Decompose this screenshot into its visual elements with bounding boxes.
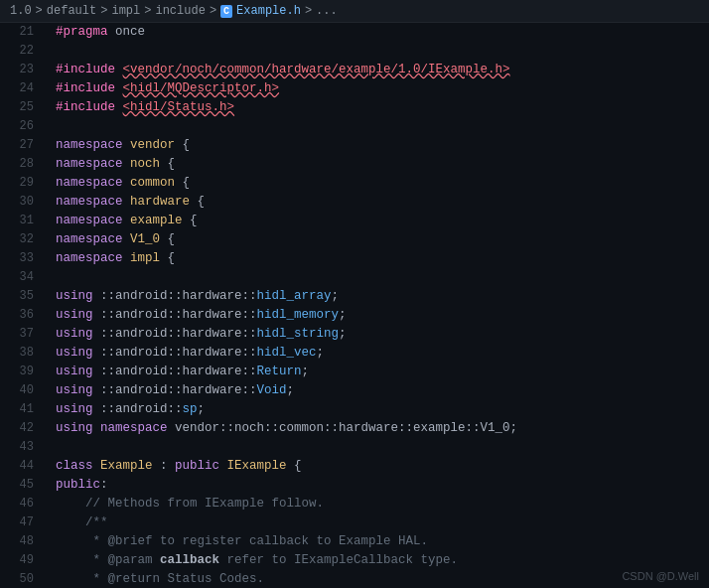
code-line: * @return Status Codes. xyxy=(56,570,699,588)
code-line xyxy=(56,268,699,287)
code-line: using ::android::sp; xyxy=(56,400,699,419)
line-num: 33 xyxy=(10,249,34,268)
code-line: #pragma once xyxy=(56,23,699,42)
line-num: 23 xyxy=(10,61,34,79)
code-line: namespace common { xyxy=(56,174,699,193)
line-num: 28 xyxy=(10,155,34,174)
code-line: using ::android::hardware::hidl_string; xyxy=(56,325,699,344)
breadcrumb-ellipsis: ... xyxy=(316,4,338,18)
line-num: 44 xyxy=(10,457,34,476)
code-line: * @brief to register callback to Example… xyxy=(56,532,699,551)
line-num: 40 xyxy=(10,381,34,400)
code-content: #pragma once #include <vendor/noch/commo… xyxy=(46,23,709,588)
breadcrumb: 1.0 > default > impl > include > C Examp… xyxy=(0,0,709,23)
line-num: 49 xyxy=(10,551,34,570)
line-num: 34 xyxy=(10,268,34,287)
line-num: 45 xyxy=(10,476,34,495)
line-num: 48 xyxy=(10,532,34,551)
code-line: namespace vendor { xyxy=(56,136,699,155)
separator: > xyxy=(210,4,216,18)
line-num: 25 xyxy=(10,98,34,117)
code-line: class Example : public IExample { xyxy=(56,457,699,476)
line-num: 27 xyxy=(10,136,34,155)
line-num: 24 xyxy=(10,79,34,98)
line-num: 50 xyxy=(10,570,34,588)
code-line: using ::android::hardware::Return; xyxy=(56,363,699,381)
code-line: namespace hardware { xyxy=(56,193,699,212)
line-num: 21 xyxy=(10,23,34,42)
line-num: 29 xyxy=(10,174,34,193)
line-num: 42 xyxy=(10,419,34,438)
code-line xyxy=(56,117,699,136)
line-num: 47 xyxy=(10,514,34,532)
line-num: 31 xyxy=(10,212,34,230)
line-num: 30 xyxy=(10,193,34,212)
code-line: using ::android::hardware::Void; xyxy=(56,381,699,400)
code-line: #include <hidl/Status.h> xyxy=(56,98,699,117)
line-num: 26 xyxy=(10,117,34,136)
line-num: 22 xyxy=(10,42,34,61)
code-line: namespace impl { xyxy=(56,249,699,268)
code-line: namespace noch { xyxy=(56,155,699,174)
line-num: 38 xyxy=(10,344,34,363)
line-num: 41 xyxy=(10,400,34,419)
code-line: /** xyxy=(56,514,699,532)
line-num: 36 xyxy=(10,306,34,325)
line-num: 43 xyxy=(10,438,34,457)
code-line: using namespace vendor::noch::common::ha… xyxy=(56,419,699,438)
breadcrumb-filename: Example.h xyxy=(236,4,301,18)
line-num: 46 xyxy=(10,495,34,514)
code-line: using ::android::hardware::hidl_memory; xyxy=(56,306,699,325)
code-area: 21 22 23 24 25 26 27 28 29 30 31 32 33 3… xyxy=(0,23,709,588)
code-line: // Methods from IExample follow. xyxy=(56,495,699,514)
code-line xyxy=(56,438,699,457)
editor: 1.0 > default > impl > include > C Examp… xyxy=(0,0,709,588)
code-line: public: xyxy=(56,476,699,495)
line-num: 35 xyxy=(10,287,34,306)
breadcrumb-part: include xyxy=(155,4,205,18)
code-line: * @param callback refer to IExampleCallb… xyxy=(56,551,699,570)
separator: > xyxy=(305,4,312,18)
language-icon: C xyxy=(220,5,232,18)
line-num: 39 xyxy=(10,363,34,381)
separator: > xyxy=(144,4,151,18)
line-num: 32 xyxy=(10,230,34,249)
code-line: using ::android::hardware::hidl_array; xyxy=(56,287,699,306)
code-line: namespace example { xyxy=(56,212,699,230)
breadcrumb-part: default xyxy=(47,4,96,18)
breadcrumb-part: 1.0 xyxy=(10,4,32,18)
code-line: #include <hidl/MQDescriptor.h> xyxy=(56,79,699,98)
watermark: CSDN @D.Well xyxy=(622,570,699,582)
code-line: using ::android::hardware::hidl_vec; xyxy=(56,344,699,363)
code-line: namespace V1_0 { xyxy=(56,230,699,249)
code-line xyxy=(56,42,699,61)
separator: > xyxy=(36,4,43,18)
line-num: 37 xyxy=(10,325,34,344)
code-line: #include <vendor/noch/common/hardware/ex… xyxy=(56,61,699,79)
breadcrumb-part: impl xyxy=(111,4,140,18)
line-numbers: 21 22 23 24 25 26 27 28 29 30 31 32 33 3… xyxy=(0,23,46,588)
separator: > xyxy=(100,4,107,18)
